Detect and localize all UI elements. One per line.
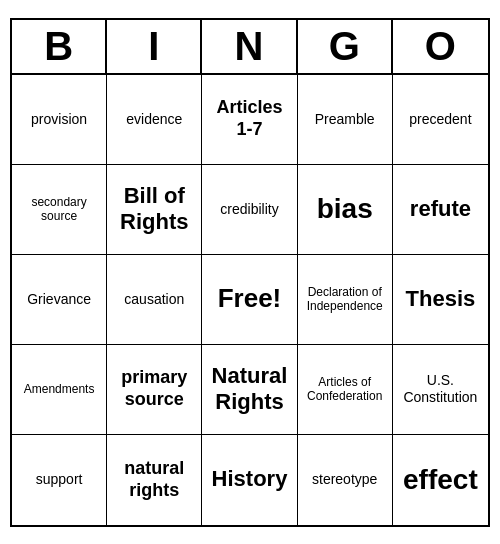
bingo-letter-g: G: [298, 20, 393, 73]
cell-text-7: credibility: [220, 201, 278, 218]
bingo-cell-23: stereotype: [298, 435, 393, 525]
bingo-cell-9: refute: [393, 165, 488, 255]
cell-text-0: provision: [31, 111, 87, 128]
bingo-cell-20: support: [12, 435, 107, 525]
bingo-cell-22: History: [202, 435, 297, 525]
bingo-letter-n: N: [202, 20, 297, 73]
bingo-cell-15: Amendments: [12, 345, 107, 435]
cell-text-11: causation: [124, 291, 184, 308]
cell-text-24: effect: [403, 463, 478, 497]
cell-text-22: History: [212, 466, 288, 492]
cell-text-14: Thesis: [406, 286, 476, 312]
cell-text-8: bias: [317, 192, 373, 226]
cell-text-1: evidence: [126, 111, 182, 128]
bingo-cell-14: Thesis: [393, 255, 488, 345]
bingo-header: BINGO: [12, 20, 488, 75]
cell-text-13: Declaration of Independence: [302, 285, 388, 314]
cell-text-15: Amendments: [24, 382, 95, 396]
cell-text-10: Grievance: [27, 291, 91, 308]
bingo-cell-10: Grievance: [12, 255, 107, 345]
bingo-card: BINGO provisionevidenceArticles 1-7Pream…: [10, 18, 490, 527]
bingo-cell-2: Articles 1-7: [202, 75, 297, 165]
bingo-cell-21: natural rights: [107, 435, 202, 525]
cell-text-12: Free!: [218, 283, 282, 314]
bingo-cell-8: bias: [298, 165, 393, 255]
cell-text-16: primary source: [111, 367, 197, 410]
bingo-cell-16: primary source: [107, 345, 202, 435]
bingo-cell-11: causation: [107, 255, 202, 345]
bingo-cell-7: credibility: [202, 165, 297, 255]
bingo-grid: provisionevidenceArticles 1-7Preamblepre…: [12, 75, 488, 525]
bingo-cell-24: effect: [393, 435, 488, 525]
bingo-cell-12: Free!: [202, 255, 297, 345]
cell-text-5: secondary source: [16, 195, 102, 224]
bingo-cell-18: Articles of Confederation: [298, 345, 393, 435]
cell-text-4: precedent: [409, 111, 471, 128]
bingo-cell-19: U.S. Constitution: [393, 345, 488, 435]
bingo-cell-5: secondary source: [12, 165, 107, 255]
cell-text-18: Articles of Confederation: [302, 375, 388, 404]
cell-text-2: Articles 1-7: [206, 97, 292, 140]
cell-text-23: stereotype: [312, 471, 377, 488]
bingo-cell-1: evidence: [107, 75, 202, 165]
cell-text-20: support: [36, 471, 83, 488]
bingo-cell-6: Bill of Rights: [107, 165, 202, 255]
cell-text-17: Natural Rights: [206, 363, 292, 416]
cell-text-3: Preamble: [315, 111, 375, 128]
bingo-cell-13: Declaration of Independence: [298, 255, 393, 345]
bingo-cell-0: provision: [12, 75, 107, 165]
bingo-cell-17: Natural Rights: [202, 345, 297, 435]
bingo-letter-i: I: [107, 20, 202, 73]
cell-text-6: Bill of Rights: [111, 183, 197, 236]
cell-text-19: U.S. Constitution: [397, 372, 484, 406]
bingo-cell-3: Preamble: [298, 75, 393, 165]
bingo-letter-o: O: [393, 20, 488, 73]
bingo-cell-4: precedent: [393, 75, 488, 165]
cell-text-21: natural rights: [111, 458, 197, 501]
cell-text-9: refute: [410, 196, 471, 222]
bingo-letter-b: B: [12, 20, 107, 73]
